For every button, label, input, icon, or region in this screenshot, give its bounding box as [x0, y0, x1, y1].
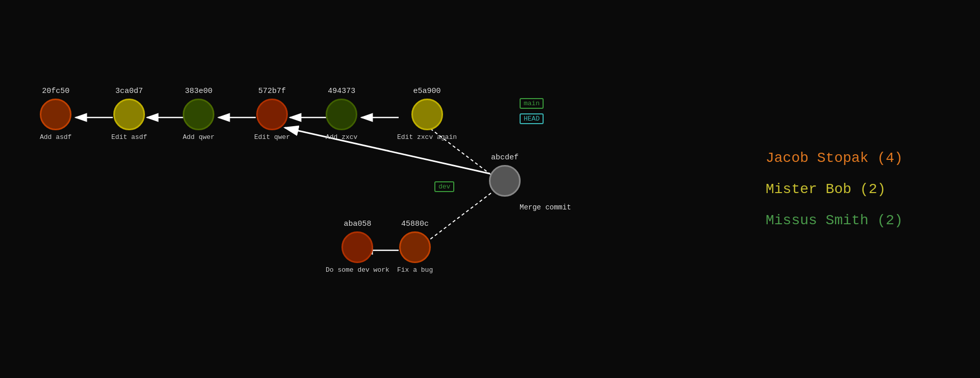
label-3ca0d7: Edit asdf	[111, 133, 147, 141]
label-e5a900: Edit zxcv again	[397, 133, 457, 141]
hash-20fc50: 20fc50	[42, 87, 69, 96]
author-sidebar: Jacob Stopak (4) Mister Bob (2) Missus S…	[735, 0, 980, 378]
node-abcdef: abcdef	[489, 153, 521, 197]
git-graph: 20fc50 Add asdf 3ca0d7 Edit asdf 383e00 …	[0, 0, 587, 378]
label-aba058: Do some dev work	[326, 266, 389, 274]
author-smith: Missus Smith (2)	[766, 212, 980, 228]
circle-494373	[326, 99, 357, 130]
node-3ca0d7: 3ca0d7 Edit asdf	[111, 87, 147, 141]
hash-572b7f: 572b7f	[258, 87, 286, 96]
circle-45880c	[399, 231, 431, 263]
node-e5a900: e5a900 Edit zxcv again	[397, 87, 457, 141]
hash-e5a900: e5a900	[413, 87, 441, 96]
label-20fc50: Add asdf	[40, 133, 71, 141]
node-45880c: 45880c Fix a bug	[397, 220, 433, 274]
hash-494373: 494373	[328, 87, 355, 96]
hash-aba058: aba058	[344, 220, 371, 228]
author-jacob: Jacob Stopak (4)	[766, 150, 980, 166]
circle-383e00	[183, 99, 214, 130]
node-494373: 494373 Add zxcv	[326, 87, 357, 141]
circle-3ca0d7	[113, 99, 145, 130]
node-20fc50: 20fc50 Add asdf	[40, 87, 71, 141]
circle-20fc50	[40, 99, 71, 130]
badge-main: main	[520, 98, 544, 109]
badge-head: HEAD	[520, 113, 544, 124]
node-383e00: 383e00 Add qwer	[183, 87, 214, 141]
hash-3ca0d7: 3ca0d7	[115, 87, 143, 96]
hash-383e00: 383e00	[185, 87, 212, 96]
circle-aba058	[341, 231, 373, 263]
node-572b7f: 572b7f Edit qwer	[254, 87, 290, 141]
merge-commit-label: Merge commit	[520, 203, 571, 211]
hash-45880c: 45880c	[401, 220, 429, 228]
hash-abcdef: abcdef	[491, 153, 519, 162]
badge-dev: dev	[434, 181, 454, 192]
label-494373: Add zxcv	[326, 133, 357, 141]
label-45880c: Fix a bug	[397, 266, 433, 274]
circle-572b7f	[256, 99, 288, 130]
circle-abcdef	[489, 165, 521, 197]
author-bob: Mister Bob (2)	[766, 181, 980, 197]
node-aba058: aba058 Do some dev work	[326, 220, 389, 274]
svg-line-8	[428, 193, 491, 241]
label-572b7f: Edit qwer	[254, 133, 290, 141]
label-383e00: Add qwer	[183, 133, 214, 141]
circle-e5a900	[411, 99, 443, 130]
